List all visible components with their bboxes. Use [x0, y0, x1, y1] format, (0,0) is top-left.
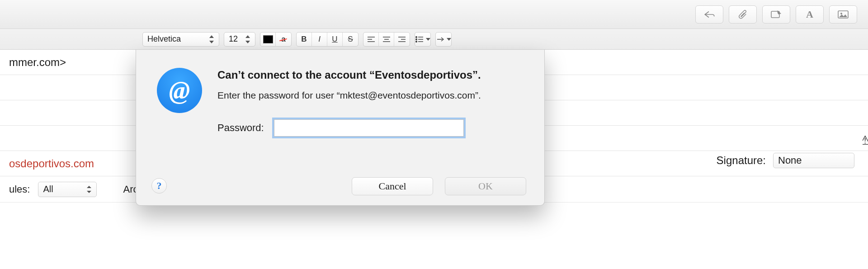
- from-value-fragment: osdeportivos.com: [9, 157, 94, 170]
- to-value-fragment: mmer.com>: [9, 56, 66, 69]
- rules-select[interactable]: All: [38, 182, 97, 197]
- cancel-button[interactable]: Cancel: [352, 177, 433, 195]
- font-size-select[interactable]: 12: [224, 32, 255, 47]
- signature-value: None: [778, 155, 802, 166]
- window-titlebar: A: [0, 0, 868, 29]
- svg-point-5: [416, 41, 417, 42]
- svg-point-3: [416, 36, 417, 38]
- align-center-button[interactable]: [379, 33, 394, 46]
- password-label: Password:: [217, 122, 264, 134]
- font-size-value: 12: [229, 34, 238, 44]
- warning-icon: ⚠︎: [863, 133, 868, 147]
- format-button[interactable]: A: [796, 5, 824, 24]
- format-bar: Helvetica 12 a B I U S: [0, 29, 868, 50]
- password-input[interactable]: [274, 119, 464, 137]
- svg-point-4: [416, 38, 417, 40]
- strikethrough-button[interactable]: S: [343, 33, 358, 46]
- updown-icon: [86, 186, 92, 193]
- reply-button[interactable]: [695, 5, 723, 24]
- updown-icon: [245, 35, 250, 43]
- photo-browser-button[interactable]: [829, 5, 857, 24]
- signature-label: Signature:: [717, 154, 766, 167]
- italic-button[interactable]: I: [312, 33, 327, 46]
- color-swatch: [263, 35, 273, 43]
- markup-button[interactable]: [762, 5, 790, 24]
- align-left-button[interactable]: [363, 33, 379, 46]
- bold-button[interactable]: B: [297, 33, 312, 46]
- align-right-button[interactable]: [394, 33, 410, 46]
- updown-icon: [209, 35, 214, 43]
- list-group: [415, 32, 431, 47]
- ok-button[interactable]: OK: [445, 177, 526, 195]
- alignment-group: [363, 32, 410, 47]
- clear-style-icon: a: [281, 35, 285, 44]
- dialog-title: Can’t connect to the account “Eventosdep…: [217, 68, 524, 82]
- password-dialog: @ Can’t connect to the account “Eventosd…: [136, 50, 545, 206]
- indent-group: [435, 32, 452, 47]
- text-style-group: B I U S: [296, 32, 359, 47]
- font-family-select[interactable]: Helvetica: [142, 32, 219, 47]
- attach-button[interactable]: [729, 5, 757, 24]
- clear-style-button[interactable]: a: [276, 33, 291, 46]
- rules-label: ules:: [9, 184, 30, 195]
- dialog-body: Enter the password for user “mktest@even…: [217, 89, 524, 102]
- help-button[interactable]: ?: [151, 178, 167, 193]
- font-family-value: Helvetica: [147, 34, 181, 44]
- underline-button[interactable]: U: [327, 33, 343, 46]
- list-button[interactable]: [415, 33, 430, 46]
- text-color-button[interactable]: [260, 33, 276, 46]
- rules-value: All: [43, 184, 53, 194]
- indent-button[interactable]: [436, 33, 451, 46]
- account-icon: @: [157, 68, 202, 113]
- signature-select[interactable]: None: [773, 153, 854, 168]
- text-color-group: a: [260, 32, 292, 47]
- signature-area: Signature: None: [717, 153, 854, 168]
- svg-point-2: [840, 13, 842, 14]
